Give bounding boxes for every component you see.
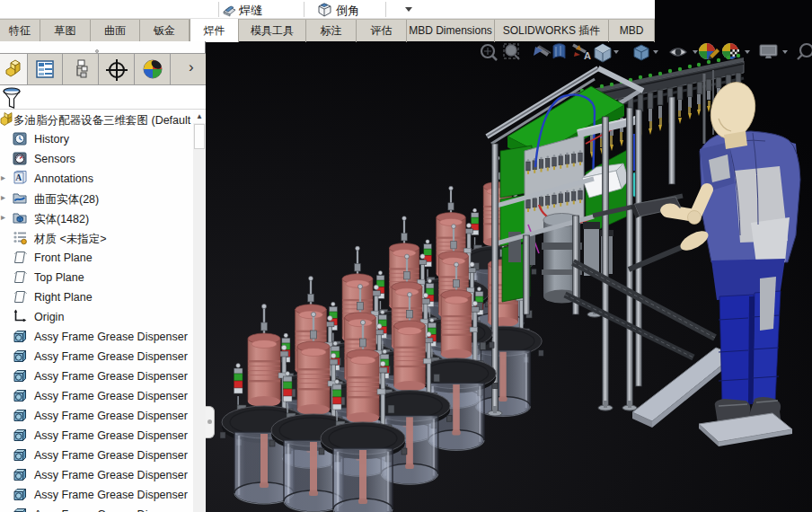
svg-text:A: A [584,50,591,61]
svg-text:A: A [15,173,22,182]
